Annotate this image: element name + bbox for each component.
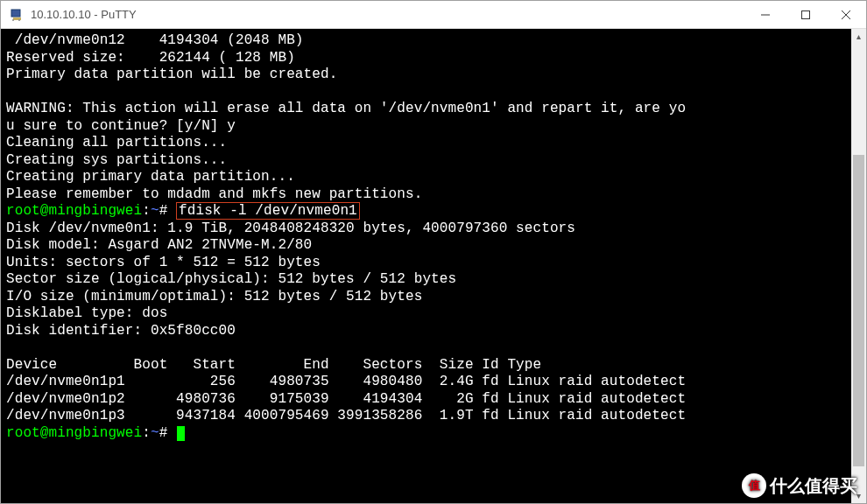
scroll-thumb[interactable]: [853, 155, 864, 466]
output-line: /dev/nvme0n12 4194304 (2048 MB): [6, 32, 304, 48]
cursor: [177, 426, 185, 441]
app-window: 10.10.10.10 - PuTTY /dev/nvme0n12 419430…: [0, 0, 867, 504]
prompt-user: root@mingbingwei: [6, 203, 142, 219]
highlighted-command: fdisk -l /dev/nvme0n1: [176, 202, 360, 220]
output-line: u sure to continue? [y/N] y: [6, 118, 236, 134]
table-header: Device Boot Start End Sectors Size Id Ty…: [6, 357, 541, 373]
close-button[interactable]: [826, 2, 866, 28]
titlebar[interactable]: 10.10.10.10 - PuTTY: [1, 1, 866, 29]
output-line: Primary data partition will be created.: [6, 66, 337, 82]
svg-point-3: [18, 19, 20, 21]
output-line: Disklabel type: dos: [6, 305, 167, 321]
output-line: Creating primary data partition...: [6, 169, 295, 185]
app-icon: [10, 8, 24, 22]
terminal-content: /dev/nvme0n12 4194304 (2048 MB) Reserved…: [1, 29, 866, 445]
output-line: Disk model: Asgard AN2 2TNVMe-M.2/80: [6, 237, 312, 253]
table-row: /dev/nvme0n1p1 256 4980735 4980480 2.4G …: [6, 374, 686, 389]
terminal-area[interactable]: /dev/nvme0n12 4194304 (2048 MB) Reserved…: [1, 29, 866, 503]
output-line: WARNING: This action will erase all data…: [6, 101, 686, 116]
prompt-sep: :: [142, 425, 151, 441]
scroll-up-button[interactable]: ▴: [851, 29, 866, 44]
prompt-path: ~: [151, 203, 159, 219]
prompt-user: root@mingbingwei: [6, 425, 142, 441]
table-row: /dev/nvme0n1p2 4980736 9175039 4194304 2…: [6, 391, 686, 407]
output-line: Units: sectors of 1 * 512 = 512 bytes: [6, 255, 321, 270]
prompt-sep: :: [142, 203, 151, 219]
output-line: Disk identifier: 0x5f80cc00: [6, 323, 236, 339]
svg-point-2: [12, 19, 14, 21]
output-line: Cleaning all partitions...: [6, 135, 227, 150]
watermark: 值 什么值得买: [742, 473, 857, 498]
minimize-button[interactable]: [745, 2, 786, 28]
output-line: Creating sys partitions...: [6, 152, 227, 168]
output-line: Please remember to mdadm and mkfs new pa…: [6, 186, 422, 202]
watermark-text: 什么值得买: [770, 474, 857, 498]
prompt-hash: #: [159, 425, 168, 441]
output-line: Sector size (logical/physical): 512 byte…: [6, 271, 456, 287]
svg-rect-5: [802, 10, 810, 18]
output-line: Reserved size: 262144 ( 128 MB): [6, 50, 295, 66]
prompt-path: ~: [151, 425, 159, 441]
maximize-button[interactable]: [786, 2, 826, 28]
table-row: /dev/nvme0n1p3 9437184 4000795469 399135…: [6, 408, 686, 424]
vertical-scrollbar[interactable]: ▴ ▾: [851, 29, 866, 503]
output-line: Disk /dev/nvme0n1: 1.9 TiB, 204840824832…: [6, 220, 575, 236]
prompt-hash: #: [159, 203, 168, 219]
svg-rect-0: [11, 10, 20, 17]
output-line: I/O size (minimum/optimal): 512 bytes / …: [6, 289, 422, 304]
watermark-logo: 值: [742, 473, 766, 498]
window-title: 10.10.10.10 - PuTTY: [31, 8, 137, 21]
scroll-track[interactable]: [851, 44, 866, 488]
